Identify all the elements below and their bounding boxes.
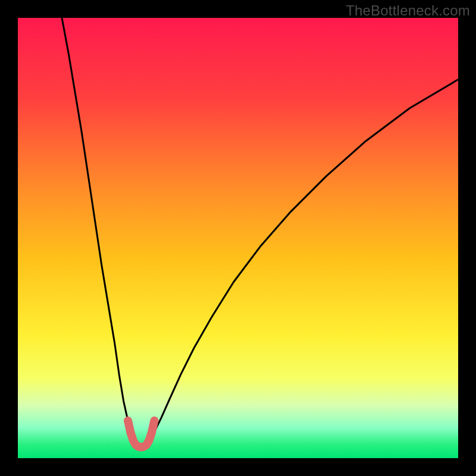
watermark-text: TheBottleneck.com [346, 2, 470, 19]
chart-frame: TheBottleneck.com [0, 0, 476, 476]
plot-area [18, 18, 458, 458]
chart-svg [18, 18, 458, 458]
gradient-background [18, 18, 458, 458]
